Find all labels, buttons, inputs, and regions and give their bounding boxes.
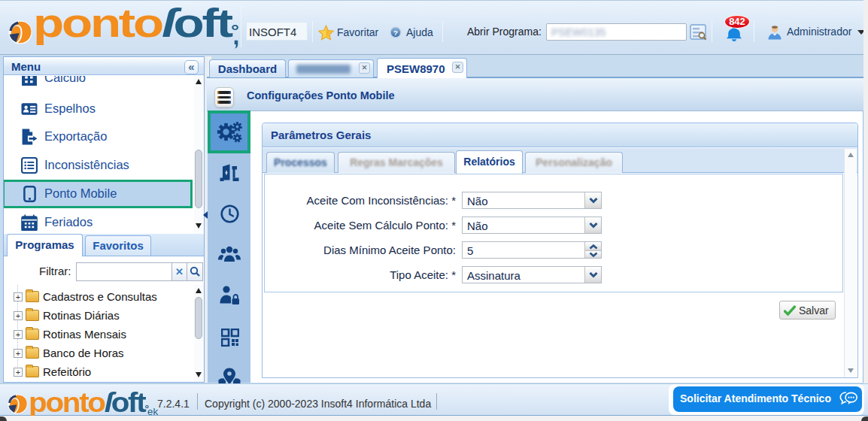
svg-text:?: ? <box>393 29 398 37</box>
